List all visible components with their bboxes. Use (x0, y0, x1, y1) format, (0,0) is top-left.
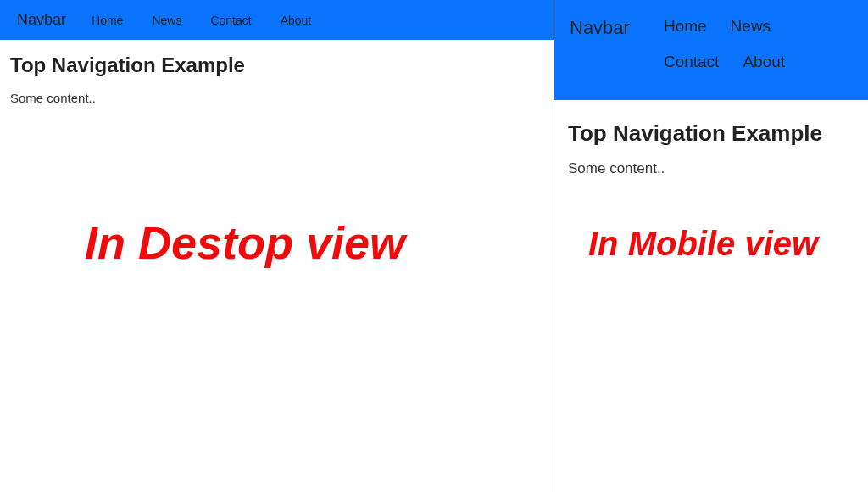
nav-link-about[interactable]: About (731, 44, 797, 80)
nav-link-news[interactable]: News (145, 8, 188, 32)
nav-link-contact[interactable]: Contact (652, 44, 731, 80)
nav-links: Home News Contact About (652, 8, 847, 80)
nav-link-contact[interactable]: Contact (203, 8, 258, 32)
page-title: Top Navigation Example (10, 53, 543, 77)
page-title: Top Navigation Example (568, 120, 854, 147)
nav-link-home[interactable]: Home (85, 8, 130, 32)
mobile-view-panel: Navbar Home News Contact About Top Navig… (554, 0, 868, 492)
page-body: Some content.. (568, 160, 854, 177)
caption-mobile: In Mobile view (588, 225, 818, 263)
nav-link-home[interactable]: Home (652, 8, 719, 44)
nav-links: Home News Contact About (85, 8, 318, 32)
page-body: Some content.. (10, 91, 543, 105)
content-desktop: Top Navigation Example Some content.. (0, 40, 554, 119)
navbar-desktop: Navbar Home News Contact About (0, 0, 554, 40)
navbar-brand[interactable]: Navbar (8, 6, 75, 34)
navbar-mobile: Navbar Home News Contact About (554, 0, 868, 100)
nav-link-about[interactable]: About (274, 8, 319, 32)
content-mobile: Top Navigation Example Some content.. (554, 100, 868, 198)
desktop-view-panel: Navbar Home News Contact About Top Navig… (0, 0, 554, 492)
caption-desktop: In Destop view (85, 216, 405, 269)
navbar-brand[interactable]: Navbar (566, 8, 637, 39)
nav-link-news[interactable]: News (719, 8, 783, 44)
